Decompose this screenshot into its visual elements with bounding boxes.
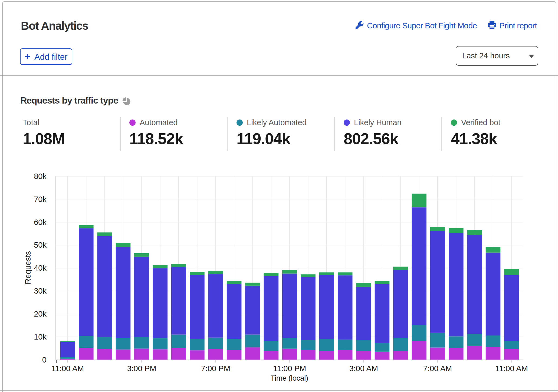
svg-text:3:00 PM: 3:00 PM — [127, 364, 156, 373]
svg-text:11:00 AM: 11:00 AM — [51, 364, 84, 373]
svg-text:20k: 20k — [34, 310, 47, 318]
svg-text:3:00 AM: 3:00 AM — [349, 364, 378, 373]
svg-text:70k: 70k — [34, 195, 47, 204]
svg-text:0: 0 — [42, 356, 47, 364]
svg-text:50k: 50k — [34, 241, 47, 249]
svg-text:40k: 40k — [34, 264, 47, 272]
svg-text:10k: 10k — [34, 333, 47, 341]
svg-text:11:00 AM: 11:00 AM — [495, 364, 528, 373]
svg-text:11:00 PM: 11:00 PM — [273, 364, 306, 373]
svg-text:7:00 PM: 7:00 PM — [201, 364, 230, 373]
svg-text:Requests: Requests — [24, 251, 32, 284]
svg-text:Time (local): Time (local) — [270, 374, 308, 382]
svg-text:80k: 80k — [34, 172, 47, 181]
svg-text:30k: 30k — [34, 287, 47, 295]
svg-text:60k: 60k — [34, 218, 47, 227]
svg-text:7:00 AM: 7:00 AM — [423, 364, 452, 373]
